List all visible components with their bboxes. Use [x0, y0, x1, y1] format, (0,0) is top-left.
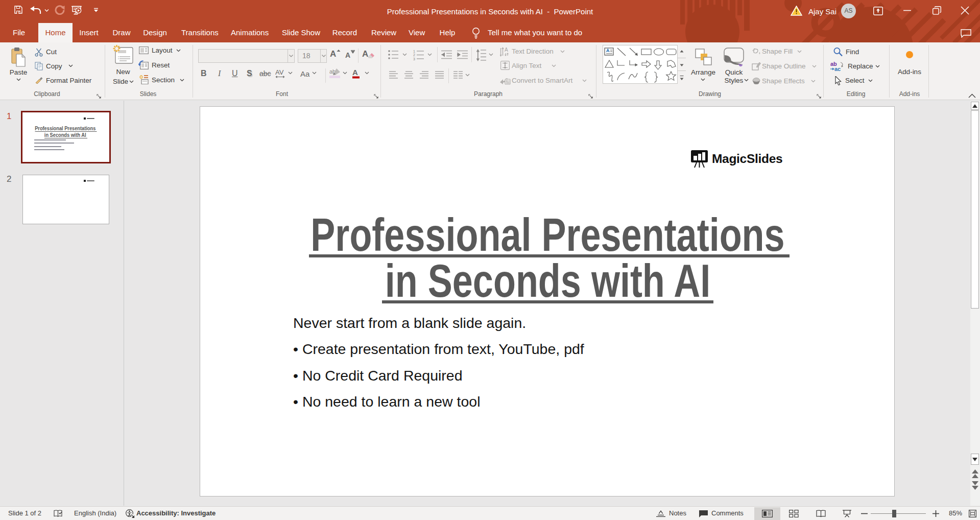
svg-text:A: A [352, 68, 358, 77]
svg-text:ac: ac [834, 66, 841, 72]
svg-text:2: 2 [413, 53, 415, 57]
svg-text:A: A [505, 47, 508, 53]
svg-text:3: 3 [413, 57, 415, 61]
svg-text:AV: AV [275, 69, 284, 76]
svg-text:1: 1 [413, 50, 415, 53]
